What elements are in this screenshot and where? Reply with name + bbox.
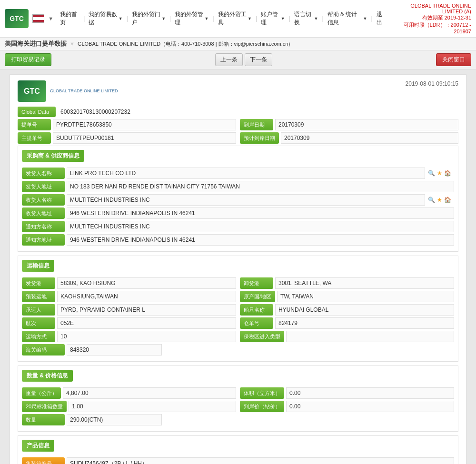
company-info: GLOBAL TRADE ONLINE LIMITED（电话：400-710-3…: [78, 40, 294, 48]
prev-button[interactable]: 上一条: [215, 53, 243, 66]
container-no-row: 集装箱编号 SUDU7456497（2B / L / HH）: [22, 457, 454, 464]
header-left: GTC ▼ 我的首页 | 我的贸易数据 ▼ | 我的外贸门户 ▼ | 我的外贸管…: [5, 9, 389, 28]
container-no-label: 集装箱编号: [22, 457, 65, 464]
header: GTC ▼ 我的首页 | 我的贸易数据 ▼ | 我的外贸门户 ▼ | 我的外贸管…: [0, 0, 476, 38]
volume-col: 体积（立方米） 0.00: [240, 387, 454, 399]
warehouse-col: 仓单号 824179: [240, 317, 454, 329]
global-data-label: Global Data: [18, 107, 56, 117]
transport-label: 运输方式: [22, 331, 55, 342]
origin-country-col: 原产国/地区 TW, TAIWAN: [240, 291, 454, 302]
origin-port-label: 发货港: [22, 277, 55, 289]
voyage-label: 航次: [22, 317, 55, 329]
nav-account[interactable]: 账户管理 ▼: [258, 10, 288, 28]
nav-help[interactable]: 帮助 & 统计信息 ▼: [325, 10, 370, 28]
vessel-label: 船只名称: [240, 304, 273, 316]
shipping-section: 运输信息 发货港 58309, KAO HSIUNG 卸货港 3001, SEA…: [18, 256, 458, 362]
voyage-value: 052E: [57, 317, 236, 329]
notify-name-value: MULTITECH INDUSTRIES INC: [67, 221, 454, 232]
warehouse-value: 824179: [275, 317, 454, 329]
consignee-search-icon[interactable]: 🔍: [428, 197, 435, 203]
bill-no-col: 提单号 PYRDTPE178653850: [18, 119, 236, 130]
logo-box: GTC: [5, 9, 29, 28]
notify-addr-row: 通知方地址 946 WESTERN DRIVE INDIANAPOLIS IN …: [22, 234, 454, 246]
volume-label: 体积（立方米）: [240, 387, 284, 399]
nav-portal[interactable]: 我的外贸门户 ▼: [129, 10, 169, 28]
origin-country-label: 原产国/地区: [240, 291, 275, 302]
buyer-supplier-title: 采购商 & 供应商信息: [22, 150, 84, 162]
star-icon[interactable]: ★: [437, 170, 442, 177]
loading-place-value: KAOHSIUNG,TAIWAN: [57, 291, 236, 302]
nav-home[interactable]: 我的首页: [57, 10, 82, 28]
carrier-row: 承运人 PYRD, PYRAMID CONTAINER L 船只名称 HYUND…: [22, 304, 454, 316]
buyer-supplier-title-row: 采购商 & 供应商信息: [22, 150, 454, 165]
global-data-value: 600320170313000020​7232: [58, 107, 458, 117]
bill-no-value: PYRDTPE178653850: [53, 119, 236, 130]
bonded-value: [286, 331, 454, 342]
consignee-name-label: 收货人名称: [22, 194, 65, 206]
container-row: 20尺标准箱数量 1.00 到岸价（钻价） 0.00: [22, 401, 454, 412]
bill-row-1: 提单号 PYRDTPE178653850 到岸日期 20170309: [18, 119, 458, 130]
bill-no-label: 提单号: [18, 119, 51, 130]
shipper-icons: 🔍 ★ 🏠: [425, 168, 454, 179]
origin-port-col: 发货港 58309, KAO HSIUNG: [22, 277, 236, 289]
qty-label: 数量: [22, 414, 65, 425]
voyage-row: 航次 052E 仓单号 824179: [22, 317, 454, 329]
nav-tools[interactable]: 我的外贸工具 ▼: [215, 10, 255, 28]
consignee-name-value: MULTITECH INDUSTRIES INC: [67, 194, 425, 206]
valid-until: 有效期至 2019-12-31: [389, 14, 471, 21]
container-20-col: 20尺标准箱数量 1.00: [22, 401, 236, 412]
nav-logout[interactable]: 退出: [374, 10, 389, 28]
nav-lang[interactable]: 语言切换 ▼: [291, 10, 321, 28]
notify-name-row: 通知方名称 MULTITECH INDUSTRIES INC: [22, 221, 454, 232]
quantity-price-section: 数量 & 价格信息 重量（公斤） 4,807.00 体积（立方米） 0.00 2…: [18, 365, 458, 432]
close-button[interactable]: 关闭窗口: [436, 53, 471, 66]
print-button[interactable]: 打印贸易记录: [5, 53, 51, 66]
product-section: 产品信息 集装箱编号 SUDU7456497（2B / L / HH） 集装箱尺…: [18, 435, 458, 464]
carrier-col: 承运人 PYRD, PYRAMID CONTAINER L: [22, 304, 236, 316]
carrier-label: 承运人: [22, 304, 55, 316]
qty-title-row: 数量 & 价格信息: [22, 370, 454, 385]
header-right: GLOBAL TRADE ONLINE LIMITED (A) 有效期至 201…: [389, 3, 471, 34]
doc-logo-icon: GTC: [18, 80, 46, 102]
weight-row: 重量（公斤） 4,807.00 体积（立方米） 0.00: [22, 387, 454, 399]
main-content: GTC GLOBAL TRADE ONLINE LIMITED 2019-08-…: [0, 69, 476, 464]
notify-name-label: 通知方名称: [22, 221, 65, 232]
vessel-col: 船只名称 HYUNDAI GLOBAL: [240, 304, 454, 316]
product-title: 产品信息: [22, 440, 54, 452]
consignee-home-icon[interactable]: 🏠: [444, 197, 451, 203]
global-data-row: Global Data 600320170313000020​7232: [18, 107, 458, 117]
doc-header: GTC GLOBAL TRADE ONLINE LIMITED 2019-08-…: [18, 80, 458, 102]
shipping-title-row: 运输信息: [22, 260, 454, 275]
home-icon[interactable]: 🏠: [444, 170, 451, 177]
weight-col: 重量（公斤） 4,807.00: [22, 387, 236, 399]
search-icon[interactable]: 🔍: [428, 170, 435, 177]
customs-label: 海关编码: [22, 344, 65, 355]
container-20-label: 20尺标准箱数量: [22, 401, 67, 412]
doc-logo: GTC GLOBAL TRADE ONLINE LIMITED: [18, 80, 118, 102]
arrival-price-col: 到岸价（钻价） 0.00: [240, 401, 454, 412]
est-arrival-label: 预计到岸日期: [240, 132, 279, 144]
shipper-name-value: LINK PRO TECH CO LTD: [67, 168, 425, 179]
arrival-date-label: 到岸日期: [240, 119, 273, 130]
arrival-price-value: 0.00: [286, 401, 454, 412]
country-title: 美国海关进口提单数据: [5, 39, 67, 48]
consignee-star-icon[interactable]: ★: [437, 197, 442, 203]
carrier-value: PYRD, PYRAMID CONTAINER L: [57, 304, 236, 316]
nav-mgmt[interactable]: 我的外贸管理 ▼: [172, 10, 211, 28]
toolbar-nav: 上一条 下一条: [215, 53, 272, 66]
qty-title: 数量 & 价格信息: [22, 370, 73, 382]
shipping-title: 运输信息: [22, 260, 54, 272]
bill-row-2: 主提单号 SUDUT7TPEUP00181 预计到岸日期 20170309: [18, 132, 458, 144]
main-bill-value: SUDUT7TPEUP00181: [53, 132, 236, 144]
next-button[interactable]: 下一条: [245, 53, 272, 66]
shipper-addr-row: 发货人地址 NO 183 DER NAN RD RENDE DIST TAINA…: [22, 181, 454, 192]
vessel-value: HYUNDAI GLOBAL: [275, 304, 454, 316]
warehouse-label: 仓单号: [240, 317, 273, 329]
customs-row: 海关编码 848320: [22, 344, 454, 355]
weight-value: 4,807.00: [63, 387, 236, 399]
bonded-label: 保税区进入类型: [240, 331, 284, 342]
nav-trade-data[interactable]: 我的贸易数据 ▼: [86, 10, 125, 28]
doc-logo-text: GLOBAL TRADE ONLINE LIMITED: [50, 88, 118, 94]
flag-icon: [32, 14, 44, 23]
port-row: 发货港 58309, KAO HSIUNG 卸货港 3001, SEATTLE,…: [22, 277, 454, 289]
